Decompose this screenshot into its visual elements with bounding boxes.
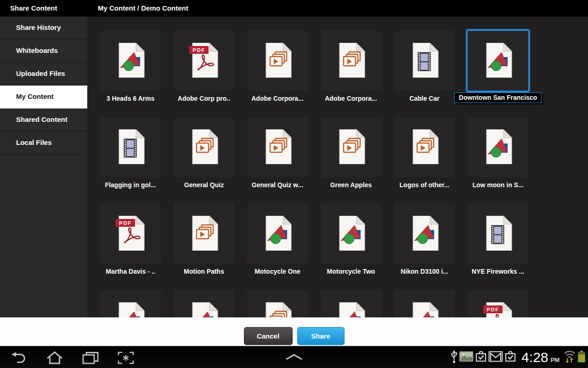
- content-tile-label: 3 Heads 6 Arms: [100, 95, 161, 104]
- sidebar-item-share-history[interactable]: Share History: [0, 17, 87, 40]
- image-document-icon: [483, 128, 513, 166]
- download-complete-icon: [504, 351, 516, 364]
- sidebar-item-uploaded-files[interactable]: Uploaded Files: [0, 63, 87, 86]
- content-tile-thumbnail: [174, 204, 234, 264]
- content-tile-label: Downtown San Francisco: [454, 92, 542, 103]
- content-tile-thumbnail: [247, 290, 308, 317]
- content-area: 3 Heads 6 ArmsPDFAdobe Corp pro..Adobe C…: [87, 17, 588, 317]
- content-tile-label: Motion Paths: [174, 268, 234, 277]
- content-tile-label: Adobe Corp pro..: [174, 95, 234, 104]
- content-tile-thumbnail: PDF: [174, 31, 234, 91]
- share-button[interactable]: Share: [297, 327, 345, 345]
- content-tile[interactable]: General Quiz: [174, 117, 234, 204]
- presentation-document-icon: [189, 215, 219, 253]
- content-tile[interactable]: [100, 290, 161, 317]
- sidebar-item-whiteboards[interactable]: Whiteboards: [0, 40, 87, 63]
- content-tile[interactable]: 3 Heads 6 Arms: [100, 31, 161, 117]
- image-document-icon: [262, 215, 293, 253]
- status-bar[interactable]: 4:28 PM: [451, 347, 586, 368]
- content-tile-label: Martha Davis - ..: [100, 268, 161, 277]
- download-complete-icon: [475, 351, 487, 364]
- content-tile-label: Green Apples: [321, 181, 381, 190]
- recent-apps-icon[interactable]: [82, 351, 99, 365]
- svg-text:PDF: PDF: [192, 47, 205, 53]
- chevron-up-icon[interactable]: [285, 354, 303, 362]
- content-tile[interactable]: PDFMartha Davis - ..: [100, 204, 161, 290]
- presentation-document-icon: [336, 128, 366, 166]
- content-tile[interactable]: Adobe Corpora...: [321, 31, 381, 117]
- presentation-document-icon: [262, 128, 293, 166]
- content-tile-thumbnail: [321, 204, 381, 264]
- content-tile[interactable]: General Quiz w...: [247, 117, 308, 204]
- content-tile[interactable]: Nikon D3100 i...: [394, 204, 455, 290]
- video-document-icon: [115, 128, 146, 166]
- content-tile-thumbnail: [100, 290, 161, 317]
- content-tile-thumbnail: [468, 204, 528, 264]
- content-tile[interactable]: Logos of other...: [394, 117, 455, 204]
- breadcrumb[interactable]: My Content / Demo Content: [98, 4, 188, 12]
- image-document-icon: [409, 215, 440, 253]
- image-document-icon: [189, 301, 219, 317]
- content-tile[interactable]: Motion Paths: [174, 204, 234, 290]
- content-tile-label: Low moon in S...: [468, 181, 528, 190]
- system-navigation-bar: 4:28 PM: [0, 346, 588, 368]
- content-tile[interactable]: Downtown San Francisco: [468, 31, 528, 117]
- content-tile-thumbnail: [394, 204, 455, 264]
- content-tile[interactable]: Green Apples: [321, 117, 381, 204]
- action-bar: Cancel Share: [0, 317, 588, 346]
- pdf-document-icon: PDF: [115, 215, 146, 253]
- video-document-icon: [409, 42, 440, 80]
- cancel-button[interactable]: Cancel: [244, 327, 293, 345]
- content-tile[interactable]: [247, 290, 308, 317]
- image-document-icon: [336, 301, 366, 317]
- presentation-document-icon: [189, 128, 219, 166]
- page-title: Share Content: [10, 4, 57, 12]
- pdf-document-icon: PDF: [189, 42, 219, 80]
- content-tile[interactable]: Low moon in S...: [468, 117, 528, 204]
- clock: 4:28 PM: [521, 350, 560, 365]
- content-tile-thumbnail: [321, 31, 381, 91]
- content-grid: 3 Heads 6 ArmsPDFAdobe Corp pro..Adobe C…: [100, 31, 541, 317]
- content-tile[interactable]: Flagging in gol...: [100, 117, 161, 204]
- content-tile[interactable]: Adobe Corpora...: [247, 31, 308, 117]
- content-tile-thumbnail: [468, 117, 528, 177]
- content-tile[interactable]: Motorcycle Two: [321, 204, 381, 290]
- image-document-icon: [115, 301, 146, 317]
- top-header-bar: Share Content My Content / Demo Content: [0, 0, 588, 17]
- content-tile[interactable]: [321, 290, 381, 317]
- content-tile-label: NYE Fireworks ...: [468, 268, 528, 277]
- presentation-document-icon: [262, 42, 293, 80]
- content-tile-label: Adobe Corpora...: [247, 95, 308, 104]
- svg-text:PDF: PDF: [486, 307, 499, 312]
- content-tile[interactable]: Motocycle One: [247, 204, 308, 290]
- content-tile-thumbnail: [394, 117, 455, 177]
- screen-capture-icon[interactable]: [118, 351, 135, 365]
- image-document-icon: [483, 42, 513, 80]
- content-tile-label: Logos of other...: [394, 181, 455, 190]
- home-icon[interactable]: [46, 351, 63, 365]
- content-tile-label: Nikon D3100 i...: [394, 268, 455, 277]
- content-tile[interactable]: [394, 290, 455, 317]
- content-tile-thumbnail: [247, 204, 308, 264]
- svg-text:PDF: PDF: [119, 220, 132, 226]
- video-document-icon: [483, 215, 513, 253]
- content-tile-label: Cable Car: [394, 95, 455, 104]
- sidebar-item-my-content[interactable]: My Content: [0, 86, 87, 109]
- content-tile-thumbnail: [321, 117, 381, 177]
- content-tile-thumbnail: [247, 31, 308, 91]
- sidebar-item-shared-content[interactable]: Shared Content: [0, 109, 87, 132]
- image-document-icon: [115, 42, 146, 80]
- content-tile[interactable]: PDF: [468, 290, 528, 317]
- back-icon[interactable]: [10, 351, 28, 365]
- image-document-icon: [336, 215, 366, 253]
- content-tile-label: General Quiz: [174, 181, 234, 190]
- sidebar-item-local-files[interactable]: Local Files: [0, 132, 87, 155]
- clock-time: 4:28: [521, 350, 548, 365]
- content-tile-thumbnail: [174, 290, 234, 317]
- content-tile-thumbnail: [468, 31, 528, 91]
- content-tile[interactable]: NYE Fireworks ...: [468, 204, 528, 290]
- content-tile-thumbnail: [100, 31, 161, 91]
- content-tile[interactable]: PDFAdobe Corp pro..: [174, 31, 234, 117]
- content-tile[interactable]: Cable Car: [394, 31, 455, 117]
- content-tile[interactable]: [174, 290, 234, 317]
